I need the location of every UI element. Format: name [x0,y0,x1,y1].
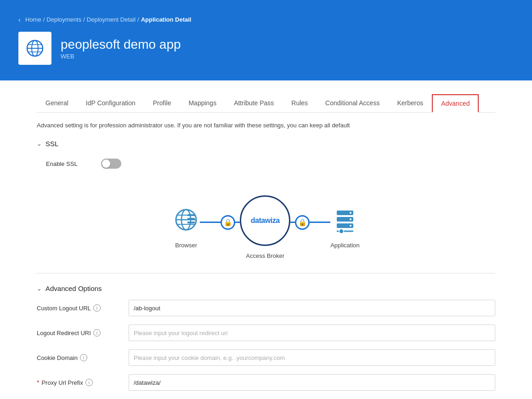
breadcrumb-sep1: / [43,16,45,23]
datawiza-text: datawiza [251,217,280,225]
ssl-section-header[interactable]: ⌄ SSL [37,140,495,148]
line-mid-left [235,222,240,223]
header: ‹ Home / Deployments / Deployment Detail… [0,0,532,80]
breadcrumb-sep2: / [83,16,85,23]
app-title: peoplesoft demo app WEB [61,37,181,60]
ssl-row: Enable SSL [37,155,495,172]
tab-profile[interactable]: Profile [144,94,180,113]
breadcrumb: ‹ Home / Deployments / Deployment Detail… [18,16,514,23]
logout-redirect-uri-row: Logout Redirect URI i [37,325,495,341]
lock-icon-right: 🔒 [295,215,310,230]
ssl-slider [101,159,121,169]
ssl-chevron-icon: ⌄ [37,140,42,147]
logout-redirect-uri-input[interactable] [129,325,495,341]
svg-rect-10 [187,214,195,216]
cookie-domain-label: Cookie Domain i [37,354,119,361]
logout-redirect-uri-label-text: Logout Redirect URI [37,330,91,336]
datawiza-item: datawiza Access Broker [240,195,290,259]
datawiza-circle: datawiza [240,195,290,246]
tab-idp[interactable]: IdP Configuration [77,94,144,113]
tab-mappings[interactable]: Mappings [180,94,225,113]
custom-logout-url-label: Custom Logout URL i [37,304,119,312]
globe-icon [26,39,44,57]
ssl-label: Enable SSL [46,160,92,167]
advanced-chevron-icon: ⌄ [37,285,42,292]
ssl-toggle[interactable] [101,159,121,169]
broker-label: Access Broker [246,252,284,259]
proxy-url-prefix-info-icon[interactable]: i [85,379,93,386]
ssl-title: SSL [45,140,58,148]
application-icon [331,206,359,235]
svg-point-20 [339,229,344,234]
cookie-domain-info-icon[interactable]: i [80,354,87,361]
logout-redirect-uri-info-icon[interactable]: i [93,329,101,336]
tab-bar: General IdP Configuration Profile Mappin… [37,94,495,113]
breadcrumb-current: Application Detail [141,16,192,23]
required-star: * [37,379,39,386]
lock-icon-left: 🔒 [221,215,235,230]
tab-rules[interactable]: Rules [283,94,317,113]
info-text: Advanced setting is for profession admin… [37,122,495,129]
proxy-url-prefix-label: * Proxy Url Prefix i [37,379,119,386]
advanced-options-section: ⌄ Advanced Options Custom Logout URL i L… [37,273,495,391]
cookie-domain-row: Cookie Domain i [37,349,495,366]
architecture-diagram: Browser 🔒 datawiza Access Broker 🔒 [37,186,495,273]
tab-advanced[interactable]: Advanced [432,94,479,113]
proxy-url-prefix-label-text: Proxy Url Prefix [41,379,83,386]
app-info: peoplesoft demo app WEB [18,32,514,65]
svg-point-16 [350,212,351,214]
tab-attribute-pass[interactable]: Attribute Pass [225,94,283,113]
breadcrumb-deployment-detail[interactable]: Deployment Detail [87,16,136,23]
application-label: Application [330,242,360,249]
advanced-options-header[interactable]: ⌄ Advanced Options [37,285,495,292]
lock-symbol-right: 🔒 [298,218,307,227]
line-right [310,222,330,223]
line-left [200,222,221,223]
breadcrumb-home[interactable]: Home [25,16,41,23]
app-name: peoplesoft demo app [61,37,181,52]
breadcrumb-sep3: / [137,16,139,23]
ssl-section: ⌄ SSL Enable SSL [37,140,495,172]
tab-conditional-access[interactable]: Conditional Access [317,94,388,113]
tab-kerberos[interactable]: Kerberos [388,94,432,113]
custom-logout-url-info-icon[interactable]: i [93,304,101,312]
application-item: Application [330,206,360,249]
back-arrow-icon[interactable]: ‹ [18,16,21,23]
proxy-url-prefix-input[interactable] [129,374,495,391]
tab-general[interactable]: General [37,94,77,113]
custom-logout-url-label-text: Custom Logout URL [37,305,91,312]
svg-point-18 [350,225,351,227]
custom-logout-url-row: Custom Logout URL i [37,300,495,316]
browser-label: Browser [175,242,197,249]
svg-point-17 [350,218,351,220]
line-lock2: 🔒 [290,215,330,230]
svg-rect-11 [187,218,195,220]
advanced-options-title: Advanced Options [45,285,102,292]
svg-rect-12 [187,222,195,223]
lock-symbol-left: 🔒 [224,218,232,227]
browser-icon [172,206,200,235]
line-mid-right [290,222,295,223]
line-lock1: 🔒 [200,215,240,230]
breadcrumb-deployments[interactable]: Deployments [46,16,81,23]
logout-redirect-uri-label: Logout Redirect URI i [37,329,119,336]
cookie-domain-label-text: Cookie Domain [37,354,78,361]
app-icon [18,32,51,65]
cookie-domain-input[interactable] [129,349,495,366]
proxy-url-prefix-row: * Proxy Url Prefix i [37,374,495,391]
main-content: General IdP Configuration Profile Mappin… [0,80,532,399]
custom-logout-url-input[interactable] [129,300,495,316]
browser-item: Browser [172,206,200,249]
app-type: WEB [61,53,181,60]
